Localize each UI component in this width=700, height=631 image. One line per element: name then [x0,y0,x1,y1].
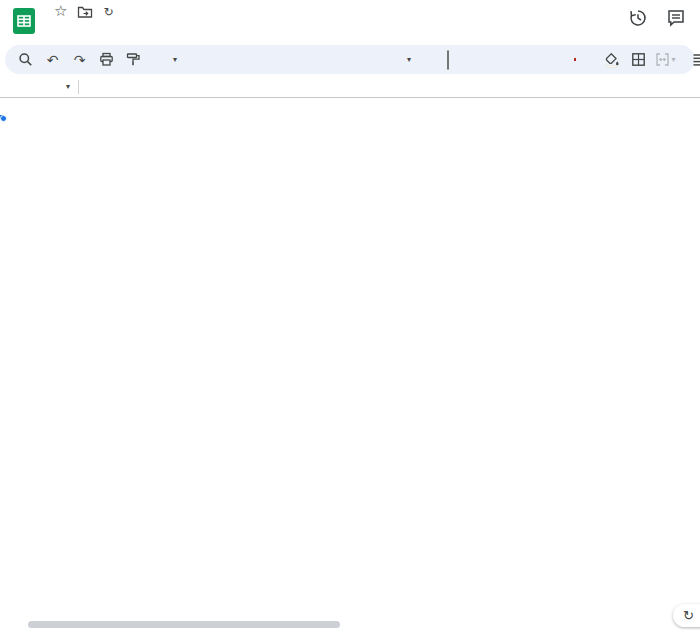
formula-bar: ▾ [0,76,700,98]
title-bar: ☆ ↻ [0,0,700,44]
bold-button[interactable] [481,48,506,72]
name-box[interactable]: ▾ [0,82,78,91]
version-history-icon[interactable] [628,8,648,28]
move-folder-icon[interactable] [77,5,93,19]
italic-button[interactable] [508,48,533,72]
merge-cells-button[interactable]: ▾ [653,48,678,72]
decrease-decimal-button[interactable] [262,48,287,72]
chevron-down-icon: ▾ [671,55,675,64]
formula-bar-divider [78,80,79,94]
borders-button[interactable] [626,48,651,72]
font-size-input[interactable] [447,50,449,70]
print-button[interactable] [94,48,119,72]
zoom-select[interactable]: ▾ [148,48,196,72]
increase-decimal-button[interactable] [289,48,314,72]
toolbar: ↶ ↷ ▾ ▾ [5,45,695,74]
chevron-down-icon: ▾ [173,55,177,64]
sheets-logo-icon[interactable] [10,7,38,35]
text-color-button[interactable] [562,48,587,72]
sync-icon: ↻ [103,6,113,18]
redo-button[interactable]: ↷ [67,48,92,72]
number-format-button[interactable] [316,48,341,72]
comments-icon[interactable] [666,8,686,28]
fill-handle[interactable] [0,115,7,122]
currency-format-button[interactable] [208,48,233,72]
chevron-down-icon: ▾ [66,82,70,91]
chevron-down-icon: ▾ [407,55,411,64]
increase-font-size-button[interactable] [451,48,469,72]
sheets-app: ☆ ↻ [0,0,700,631]
star-icon[interactable]: ☆ [54,4,67,19]
convert-to-table-chip[interactable]: ↻ [673,604,700,627]
fill-color-button[interactable] [599,48,624,72]
search-icon[interactable] [13,48,38,72]
save-status: ↻ [103,6,118,18]
decrease-font-size-button[interactable] [427,48,445,72]
convert-icon: ↻ [683,608,694,623]
undo-button[interactable]: ↶ [40,48,65,72]
percent-format-button[interactable] [235,48,260,72]
font-family-select[interactable]: ▾ [353,48,415,72]
spreadsheet-grid [0,98,700,631]
paint-format-button[interactable] [121,48,146,72]
column-header-row [0,98,700,115]
horizontal-scrollbar[interactable] [28,621,340,628]
strikethrough-button[interactable] [535,48,560,72]
horizontal-align-button[interactable]: ▾ [690,48,700,72]
